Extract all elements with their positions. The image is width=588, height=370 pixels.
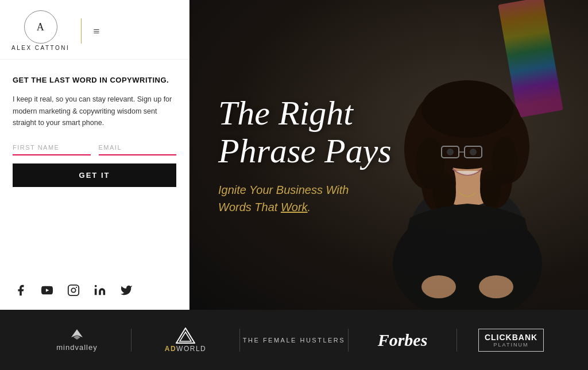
header: A ALEX CATTONI ≡ [0, 0, 189, 60]
svg-point-2 [71, 288, 75, 292]
linkedin-icon[interactable] [92, 282, 108, 298]
description: I keep it real, so you can stay relevant… [13, 94, 176, 129]
logo-circle: A [24, 10, 57, 44]
adworld-logo: ADWORLD [131, 328, 239, 353]
female-hustlers-text: THE FEMALE HUSTLERS [243, 337, 345, 344]
left-panel: A ALEX CATTONI ≡ GET THE LAST WORD IN CO… [0, 0, 189, 310]
hero-subtitle-emphasis: Work [281, 201, 308, 213]
hero-subtitle: Ignite Your Business With Words That Wor… [218, 181, 588, 216]
first-name-input[interactable] [13, 142, 91, 155]
logos-bar: mindvalley ADWORLD THE FEMALE HUSTLERS [0, 310, 588, 370]
instagram-icon[interactable] [65, 282, 82, 298]
social-row [13, 282, 176, 298]
logo-letter: A [37, 21, 45, 33]
mindvalley-text: mindvalley [56, 343, 97, 352]
email-field [99, 142, 177, 155]
get-it-button[interactable]: GET IT [13, 163, 176, 187]
hero-subtitle-line1: Ignite Your Business With [218, 184, 349, 196]
clickbank-sub: PLATINUM [494, 342, 529, 348]
adworld-text: ADWORLD [165, 345, 207, 353]
header-divider [81, 18, 82, 44]
mindvalley-logo: mindvalley [23, 328, 131, 352]
svg-rect-1 [68, 285, 79, 295]
hero-subtitle-line2: Words That [218, 201, 281, 213]
hamburger-menu[interactable]: ≡ [93, 25, 99, 37]
brand-name: ALEX CATTONI [11, 45, 69, 51]
female-hustlers-logo: THE FEMALE HUSTLERS [240, 337, 348, 344]
headline: GET THE LAST WORD IN COPYWRITING. [13, 76, 176, 85]
mindvalley-icon [69, 328, 85, 341]
right-panel: The Right Phrase Pays Ignite Your Busine… [189, 0, 588, 310]
left-content: GET THE LAST WORD IN COPYWRITING. I keep… [0, 60, 189, 310]
facebook-icon[interactable] [13, 282, 29, 298]
svg-point-3 [76, 287, 77, 288]
email-input[interactable] [99, 142, 177, 155]
hero-subtitle-end: . [308, 201, 311, 213]
svg-point-4 [95, 285, 97, 287]
svg-marker-28 [176, 328, 195, 343]
hero-title-line1: The Right [218, 94, 353, 132]
clickbank-text: CLICKBANK [485, 333, 537, 342]
twitter-icon[interactable] [118, 282, 134, 298]
hero-title-line2: Phrase Pays [218, 132, 392, 170]
main-section: A ALEX CATTONI ≡ GET THE LAST WORD IN CO… [0, 0, 588, 310]
forbes-text: Forbes [378, 330, 428, 350]
youtube-icon[interactable] [39, 282, 55, 298]
form-row [13, 142, 176, 155]
page-wrapper: A ALEX CATTONI ≡ GET THE LAST WORD IN CO… [0, 0, 588, 370]
first-name-field [13, 142, 91, 155]
adworld-icon [176, 328, 195, 344]
forbes-logo: Forbes [349, 330, 457, 350]
clickbank-logo: CLICKBANK PLATINUM [457, 329, 565, 352]
hero-overlay: The Right Phrase Pays Ignite Your Busine… [189, 0, 588, 310]
svg-marker-29 [180, 332, 191, 341]
hero-title: The Right Phrase Pays [218, 94, 588, 170]
